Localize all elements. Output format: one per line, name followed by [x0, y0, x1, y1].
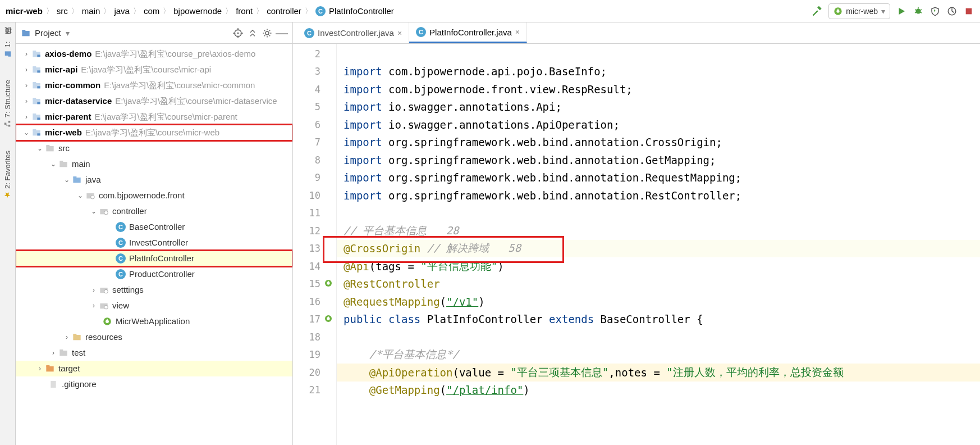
profile-button[interactable] [946, 6, 958, 17]
stop-button[interactable] [963, 6, 974, 17]
svg-point-18 [237, 32, 239, 34]
project-panel: Project ▾ — ›axios-demoE:\java学习\盈利宝\cou… [16, 22, 293, 445]
gutter[interactable]: 2 3 4 5 6 7 8 9 10 11 12 13 14 15 16 17 … [293, 44, 337, 445]
folder-icon [45, 143, 55, 153]
svg-rect-38 [37, 117, 40, 120]
tree-item-java[interactable]: ⌄java [16, 172, 292, 188]
svg-point-53 [104, 289, 108, 293]
svg-point-23 [265, 31, 269, 35]
tab-platinfo[interactable]: CPlatInfoController.java× [409, 22, 527, 43]
package-icon [99, 285, 109, 295]
svg-rect-25 [33, 51, 36, 52]
crumb-7[interactable]: controller〉 [267, 6, 312, 16]
svg-rect-45 [59, 161, 63, 162]
svg-rect-63 [51, 381, 56, 388]
crumb-4[interactable]: com〉 [144, 6, 170, 16]
svg-rect-61 [46, 366, 53, 371]
crumb-5[interactable]: bjpowernode〉 [173, 6, 232, 16]
module-icon [31, 96, 42, 106]
svg-rect-14 [4, 123, 7, 125]
svg-rect-16 [22, 30, 25, 31]
tree-item-gitignore[interactable]: .gitignore [16, 376, 292, 392]
tree-item-micr-api[interactable]: ›micr-apiE:\java学习\盈利宝\course\micr-api [16, 62, 292, 78]
tree-item-micr-parent[interactable]: ›micr-parentE:\java学习\盈利宝\course\micr-pa… [16, 109, 292, 125]
build-hammer-icon[interactable] [812, 6, 823, 17]
svg-rect-32 [37, 86, 40, 88]
source-folder-icon [72, 175, 82, 185]
tree-item-main[interactable]: ⌄main [16, 156, 292, 172]
tool-project[interactable]: 1: 项目 [3, 39, 13, 57]
tree-item-controller[interactable]: ⌄controller [16, 203, 292, 219]
crumb-2[interactable]: main〉 [82, 6, 111, 16]
excluded-folder-icon [45, 364, 55, 374]
module-icon [31, 65, 42, 75]
tree-item-platinfo-controller[interactable]: CPlatInfoController [16, 251, 292, 266]
code-area[interactable]: 2 3 4 5 6 7 8 9 10 11 12 13 14 15 16 17 … [293, 44, 980, 445]
crumb-3[interactable]: java〉 [114, 6, 140, 16]
svg-rect-35 [37, 102, 40, 104]
tree-item-src[interactable]: ⌄src [16, 140, 292, 156]
svg-rect-28 [33, 66, 36, 68]
crumb-1[interactable]: src〉 [57, 6, 79, 16]
class-icon: C [116, 253, 126, 264]
svg-rect-42 [46, 146, 53, 151]
bean-gutter-icon[interactable] [324, 279, 334, 289]
editor-tabs: CInvestController.java× CPlatInfoControl… [293, 22, 980, 44]
expand-all-icon[interactable] [248, 28, 258, 38]
run-config-select[interactable]: micr-web ▾ [828, 3, 890, 19]
close-icon[interactable]: × [397, 29, 402, 38]
tree-item-settings[interactable]: ›setttings [16, 282, 292, 298]
svg-rect-40 [33, 129, 36, 131]
tree-item-micr-dataservice[interactable]: ›micr-dataserviceE:\java学习\盈利宝\course\mi… [16, 93, 292, 109]
tree-item-micr-web[interactable]: ⌄micr-webE:\java学习\盈利宝\course\micr-web [16, 125, 292, 140]
crumb-0[interactable]: micr-web〉 [6, 6, 53, 16]
crumb-6[interactable]: front〉 [236, 6, 263, 16]
svg-rect-31 [33, 82, 36, 84]
svg-rect-26 [37, 55, 40, 57]
svg-rect-41 [37, 133, 40, 135]
project-tree[interactable]: ›axios-demoE:\java学习\盈利宝\course_pre\axio… [16, 44, 292, 445]
tree-item-package[interactable]: ⌄com.bjpowernode.front [16, 188, 292, 203]
debug-button[interactable] [913, 6, 924, 17]
tree-item-micr-common[interactable]: ›micr-commonE:\java学习\盈利宝\course\micr-co… [16, 78, 292, 93]
svg-rect-46 [73, 178, 80, 183]
project-view-label[interactable]: Project [35, 28, 61, 38]
svg-rect-10 [4, 51, 11, 56]
folder-icon [58, 159, 68, 169]
tool-favorites[interactable]: 2: Favorites [3, 151, 12, 199]
top-bar: micr-web〉 src〉 main〉 java〉 com〉 bjpowern… [0, 0, 980, 22]
tree-item-view[interactable]: ›view [16, 298, 292, 314]
tree-item-invest-controller[interactable]: CInvestController [16, 235, 292, 251]
class-icon: C [304, 28, 314, 38]
svg-rect-58 [73, 334, 76, 335]
bean-gutter-icon[interactable] [324, 314, 334, 324]
tab-invest[interactable]: CInvestController.java× [297, 22, 409, 43]
settings-gear-icon[interactable] [262, 28, 272, 38]
module-icon [31, 112, 42, 122]
close-icon[interactable]: × [515, 28, 520, 37]
crumb-file[interactable]: C PlatInfoController [315, 6, 394, 16]
tool-structure[interactable]: 7: Structure [3, 80, 12, 128]
tree-item-test[interactable]: ›test [16, 345, 292, 361]
tree-item-product-controller[interactable]: CProductController [16, 266, 292, 282]
tree-item-base-controller[interactable]: CBaseController [16, 219, 292, 235]
svg-point-49 [91, 195, 95, 199]
svg-rect-57 [73, 335, 80, 340]
svg-rect-44 [59, 162, 67, 167]
project-icon [21, 29, 30, 38]
tree-item-target[interactable]: ›target [16, 361, 292, 376]
class-icon: C [116, 222, 126, 232]
tree-item-resources[interactable]: ›resources [16, 329, 292, 345]
project-view-dropdown-icon[interactable]: ▾ [66, 29, 70, 38]
top-actions: micr-web ▾ [812, 3, 974, 19]
svg-rect-11 [8, 55, 11, 56]
run-button[interactable] [896, 6, 907, 17]
code-body[interactable]: import com.bjpowernode.api.pojo.BaseInfo… [337, 44, 980, 445]
main-area: Project ▾ — ›axios-demoE:\java学习\盈利宝\cou… [16, 22, 980, 445]
locate-icon[interactable] [233, 28, 243, 38]
coverage-button[interactable] [929, 6, 941, 17]
hide-panel-icon[interactable]: — [277, 28, 287, 38]
tree-item-micrwebapp[interactable]: MicrWebApplication [16, 314, 292, 329]
package-icon [99, 206, 109, 216]
tree-item-axios-demo[interactable]: ›axios-demoE:\java学习\盈利宝\course_pre\axio… [16, 46, 292, 62]
